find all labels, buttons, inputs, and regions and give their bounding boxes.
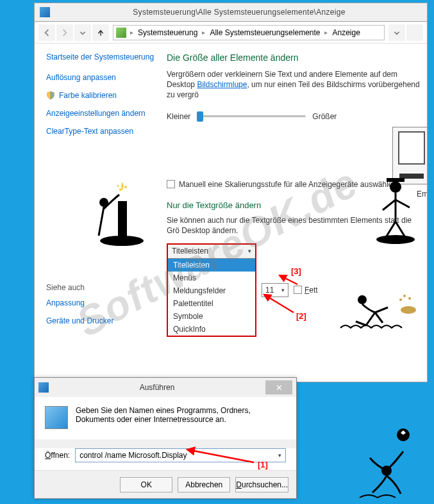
dropdown-option[interactable]: Palettentitel	[168, 297, 255, 310]
font-size-select[interactable]: 11 ▾	[262, 283, 288, 297]
run-body: Geben Sie den Namen eines Programms, Ord…	[35, 397, 296, 439]
heading-resize-all: Die Größe aller Elemente ändern	[167, 53, 423, 63]
dropdown-option[interactable]: Symbole	[168, 310, 255, 323]
close-button[interactable]: ✕	[265, 380, 292, 394]
browse-button[interactable]: Durchsuchen...	[235, 477, 288, 492]
chevron-right-icon: ▸	[201, 29, 206, 36]
para-text-size: Sie können auch nur die Textgröße eines …	[167, 215, 423, 236]
heading-text-size: Nur die Textgröße ändern	[167, 200, 423, 210]
monitor-preview	[392, 127, 427, 184]
crumb-0[interactable]: Systemsteuerung	[136, 28, 199, 37]
open-value: control /name Microsoft.Display	[79, 451, 187, 460]
text-size-controls: Titelleisten ▾ Titelleisten Menüs Meldun…	[167, 243, 423, 337]
sidebar-link-calibrate[interactable]: Farbe kalibrieren	[46, 91, 156, 100]
refresh-button[interactable]	[388, 24, 405, 41]
sidebar-link-resolution[interactable]: Auflösung anpassen	[46, 73, 156, 82]
see-also-personalization[interactable]: Anpassung	[46, 298, 156, 307]
dropdown-option[interactable]: Meldungsfelder	[168, 284, 255, 297]
scale-slider-row: Kleiner Größer	[167, 112, 423, 121]
chevron-down-icon: ▾	[278, 452, 281, 459]
back-button[interactable]	[38, 24, 55, 41]
dropdown-list: Titelleisten Menüs Meldungsfelder Palett…	[168, 259, 255, 336]
element-dropdown[interactable]: Titelleisten ▾ Titelleisten Menüs Meldun…	[167, 243, 256, 337]
search-toggle[interactable]	[406, 24, 423, 41]
dropdown-selected[interactable]: Titelleisten ▾	[168, 245, 255, 259]
toolbar: ▸ Systemsteuerung ▸ Alle Systemsteuerung…	[35, 22, 427, 44]
manual-scaling-row: Manuell eine Skalierungsstufe für alle A…	[167, 180, 423, 189]
scale-slider[interactable]	[197, 115, 306, 117]
see-also: Siehe auch Anpassung Geräte und Drucker	[46, 283, 156, 325]
svg-point-15	[381, 466, 392, 476]
preview-label: Em	[417, 190, 427, 199]
see-also-title: Siehe auch	[46, 283, 156, 292]
chevron-right-icon: ▸	[323, 29, 329, 36]
window-body: Startseite der Systemsteuerung Auflösung…	[35, 44, 427, 382]
svg-point-14	[397, 428, 410, 441]
forward-button[interactable]	[56, 24, 73, 41]
run-icon	[45, 406, 68, 429]
shield-icon	[46, 91, 55, 100]
open-field[interactable]: control /name Microsoft.Display ▾	[75, 448, 286, 462]
magnifier-link[interactable]: Bildschirmlupe	[197, 80, 247, 89]
up-button[interactable]	[92, 24, 109, 41]
bold-label: Fett	[305, 286, 318, 295]
sidebar-link-display-settings[interactable]: Anzeigeeinstellungen ändern	[46, 109, 156, 118]
recent-button[interactable]	[74, 24, 91, 41]
sidebar-link-cleartype[interactable]: ClearType-Text anpassen	[46, 127, 156, 136]
slider-label-large: Größer	[312, 112, 337, 121]
run-open-row: Öffnen: control /name Microsoft.Display …	[35, 448, 296, 470]
control-panel-window: ▸ Systemsteuerung ▸ Alle Systemsteuerung…	[34, 22, 428, 382]
run-titlebar: Ausführen ✕	[35, 378, 296, 397]
dropdown-option[interactable]: QuickInfo	[168, 323, 255, 336]
chevron-down-icon: ▾	[248, 248, 251, 254]
system-icon	[40, 7, 50, 17]
crumb-2[interactable]: Anzeige	[330, 28, 362, 37]
see-also-devices[interactable]: Geräte und Drucker	[46, 316, 156, 325]
titlebar: Systemsteuerung\Alle Systemsteuerungsele…	[34, 3, 428, 22]
breadcrumb[interactable]: ▸ Systemsteuerung ▸ Alle Systemsteuerung…	[113, 25, 385, 40]
crumb-1[interactable]: Alle Systemsteuerungselemente	[208, 28, 322, 37]
sidebar-link-calibrate-label: Farbe kalibrieren	[59, 91, 117, 100]
run-sysicon	[38, 382, 49, 393]
sidebar: Startseite der Systemsteuerung Auflösung…	[35, 44, 163, 382]
dropdown-option[interactable]: Menüs	[168, 272, 255, 284]
para-resize-all: Vergrößern oder verkleinern Sie Text und…	[167, 69, 423, 101]
chevron-right-icon: ▸	[129, 29, 135, 36]
open-label: Öffnen:	[45, 451, 70, 460]
slider-label-small: Kleiner	[167, 112, 190, 121]
ok-button[interactable]: OK	[120, 477, 172, 492]
cancel-button[interactable]: Abbrechen	[178, 477, 230, 492]
bold-checkbox-row: Fett	[294, 286, 318, 295]
control-panel-icon	[116, 28, 126, 38]
title-text: Systemsteuerung\Alle Systemsteuerungsele…	[56, 8, 422, 17]
manual-scaling-label: Manuell eine Skalierungsstufe für alle A…	[179, 180, 397, 189]
dropdown-option[interactable]: Titelleisten	[168, 259, 255, 272]
main-panel: Die Größe aller Elemente ändern Vergröße…	[163, 44, 427, 382]
run-title: Ausführen	[49, 383, 265, 392]
chevron-down-icon: ▾	[281, 287, 285, 293]
slider-thumb[interactable]	[197, 111, 203, 122]
bold-checkbox[interactable]	[294, 286, 302, 294]
manual-scaling-checkbox[interactable]	[167, 180, 175, 188]
run-dialog: Ausführen ✕ Geben Sie den Namen eines Pr…	[34, 377, 297, 499]
run-desc: Geben Sie den Namen eines Programms, Ord…	[76, 406, 286, 429]
decorative-figure-soccer	[356, 423, 426, 500]
run-button-bar: OK Abbrechen Durchsuchen...	[35, 470, 296, 498]
sidebar-home[interactable]: Startseite der Systemsteuerung	[46, 53, 156, 61]
